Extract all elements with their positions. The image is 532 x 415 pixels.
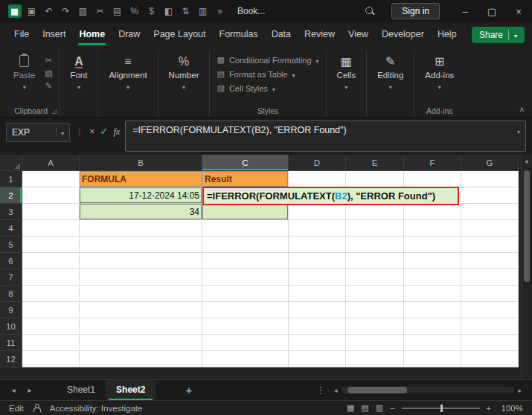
cell-E12[interactable] <box>346 351 404 367</box>
cell-D6[interactable] <box>289 253 346 269</box>
cell-E6[interactable] <box>346 253 404 269</box>
next-sheet-icon[interactable]: ▸ <box>22 386 37 394</box>
ribbon-tab-review[interactable]: Review <box>298 22 342 48</box>
ribbon-tab-data[interactable]: Data <box>265 22 298 48</box>
cell-styles-button[interactable]: ▨ Cell Styles <box>214 81 321 95</box>
cell-B8[interactable] <box>80 286 202 302</box>
ribbon-tab-help[interactable]: Help <box>431 22 464 48</box>
column-header-C[interactable]: C <box>202 155 289 171</box>
copy-button[interactable]: ▧ <box>42 68 55 78</box>
cell-A3[interactable] <box>22 204 80 220</box>
cell-G3[interactable] <box>461 204 519 220</box>
cell-E4[interactable] <box>346 220 404 237</box>
previous-sheet-icon[interactable]: ◂ <box>6 386 21 394</box>
cell-A6[interactable] <box>22 253 80 269</box>
name-box[interactable]: EXP <box>6 123 70 142</box>
normal-view-icon[interactable]: ▦ <box>347 403 354 413</box>
select-all-corner[interactable] <box>0 155 22 171</box>
horizontal-scroll-track[interactable] <box>342 387 515 393</box>
page-layout-view-icon[interactable]: ▤ <box>361 403 368 413</box>
column-header-G[interactable]: G <box>461 155 519 171</box>
share-button[interactable]: Share <box>472 27 525 43</box>
cell-F6[interactable] <box>404 253 461 269</box>
cell-D4[interactable] <box>289 220 346 237</box>
insert-function-button[interactable]: fx <box>114 126 121 138</box>
row-header-1[interactable]: 1 <box>0 171 22 187</box>
cell-F8[interactable] <box>404 286 461 302</box>
fill-color-icon[interactable]: ◧ <box>160 3 177 19</box>
cell-C8[interactable] <box>202 286 289 302</box>
font-button[interactable]: A Font <box>63 51 94 94</box>
redo-icon[interactable]: ↷ <box>57 3 74 19</box>
expand-formula-bar-icon[interactable] <box>517 126 520 136</box>
cell-C1[interactable]: Result <box>202 171 289 187</box>
close-button[interactable]: × <box>505 0 532 22</box>
ribbon-tab-file[interactable]: File <box>7 22 36 48</box>
cell-F5[interactable] <box>404 237 461 253</box>
sign-in-button[interactable]: Sign in <box>391 3 440 19</box>
ribbon-tab-view[interactable]: View <box>342 22 375 48</box>
cell-F3[interactable] <box>404 204 461 220</box>
conditional-formatting-button[interactable]: ▦ Conditional Formatting <box>214 53 321 67</box>
row-header-7[interactable]: 7 <box>0 269 22 286</box>
cell-B10[interactable] <box>80 318 202 335</box>
cell-D10[interactable] <box>289 318 346 335</box>
row-header-6[interactable]: 6 <box>0 253 22 269</box>
cell-C5[interactable] <box>202 237 289 253</box>
cell-G11[interactable] <box>461 335 519 351</box>
column-header-E[interactable]: E <box>346 155 404 171</box>
cell-D11[interactable] <box>289 335 346 351</box>
cell-E7[interactable] <box>346 269 404 286</box>
column-header-F[interactable]: F <box>404 155 461 171</box>
cell-D7[interactable] <box>289 269 346 286</box>
cell-A10[interactable] <box>22 318 80 335</box>
cell-G4[interactable] <box>461 220 519 237</box>
cell-E9[interactable] <box>346 302 404 318</box>
currency-style-icon[interactable]: $ <box>143 3 160 19</box>
sheet-options-icon[interactable]: ⋮ <box>312 385 330 396</box>
sheet-tab-sheet1[interactable]: Sheet1 <box>57 380 106 400</box>
cell-A4[interactable] <box>22 220 80 237</box>
vertical-scroll-thumb[interactable] <box>524 170 530 282</box>
scroll-left-icon[interactable]: ◂ <box>334 387 338 394</box>
cell-B6[interactable] <box>80 253 202 269</box>
cut-icon[interactable]: ✂ <box>92 3 109 19</box>
cell-B3[interactable]: 34 <box>80 204 202 220</box>
cell-F10[interactable] <box>404 318 461 335</box>
formula-input[interactable]: =IFERROR(FORMULATEXT(B2), "ERROR Found") <box>125 120 526 152</box>
ribbon-tab-page-layout[interactable]: Page Layout <box>147 22 212 48</box>
cell-C10[interactable] <box>202 318 289 335</box>
cell-E1[interactable] <box>346 171 404 187</box>
cell-F11[interactable] <box>404 335 461 351</box>
cell-C7[interactable] <box>202 269 289 286</box>
cell-B1[interactable]: FORMULA <box>80 171 202 187</box>
cell-A12[interactable] <box>22 351 80 367</box>
row-header-9[interactable]: 9 <box>0 302 22 318</box>
confirm-entry-button[interactable]: ✓ <box>100 126 109 137</box>
freeze-panes-icon[interactable]: ▥ <box>194 3 211 19</box>
sheet-tab-sheet2[interactable]: Sheet2 <box>106 380 156 400</box>
add-sheet-button[interactable]: + <box>178 384 199 396</box>
ribbon-tab-developer[interactable]: Developer <box>375 22 431 48</box>
cell-G7[interactable] <box>461 269 519 286</box>
zoom-out-icon[interactable]: − <box>390 404 394 413</box>
cell-B4[interactable] <box>80 220 202 237</box>
cell-B11[interactable] <box>80 335 202 351</box>
cell-A11[interactable] <box>22 335 80 351</box>
scroll-right-icon[interactable]: ▸ <box>518 387 522 394</box>
cell-B12[interactable] <box>80 351 202 367</box>
zoom-in-icon[interactable]: + <box>487 404 491 413</box>
zoom-slider[interactable] <box>402 408 480 409</box>
row-header-5[interactable]: 5 <box>0 237 22 253</box>
cell-G12[interactable] <box>461 351 519 367</box>
copy-icon[interactable]: ▧ <box>74 3 92 19</box>
cell-C3[interactable] <box>202 204 289 220</box>
row-header-12[interactable]: 12 <box>0 351 22 367</box>
cell-C4[interactable] <box>202 220 289 237</box>
search-icon[interactable] <box>365 6 375 16</box>
cell-B7[interactable] <box>80 269 202 286</box>
cell-C11[interactable] <box>202 335 289 351</box>
cell-A7[interactable] <box>22 269 80 286</box>
row-header-3[interactable]: 3 <box>0 204 22 220</box>
horizontal-scroll-thumb[interactable] <box>347 387 407 393</box>
